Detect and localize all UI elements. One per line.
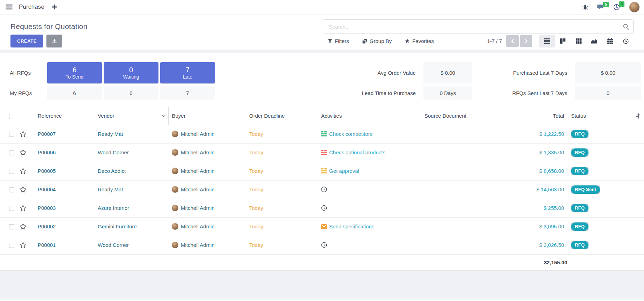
reference-link[interactable]: P00005 xyxy=(38,168,56,174)
column-header-buyer[interactable]: Buyer xyxy=(168,107,246,125)
total-cell[interactable]: $ 1,222.50 xyxy=(526,125,568,143)
row-checkbox[interactable] xyxy=(9,243,14,248)
activity-link[interactable]: Send specifications xyxy=(329,223,374,229)
table-row[interactable]: P00005 Deco Addict Mitchell Admin Today … xyxy=(0,162,644,180)
row-checkbox[interactable] xyxy=(9,132,14,137)
create-button[interactable]: CREATE xyxy=(10,35,43,47)
activity-link[interactable]: Get approval xyxy=(329,168,359,174)
kanban-view-button[interactable] xyxy=(555,35,571,47)
buyer-link[interactable]: Mitchell Admin xyxy=(181,131,215,137)
avg-order-value-box[interactable]: $ 0.00 xyxy=(423,62,472,83)
tasks-activity-icon[interactable] xyxy=(321,131,327,137)
activities-clock-icon[interactable]: 9 xyxy=(613,4,620,10)
buyer-link[interactable]: Mitchell Admin xyxy=(181,149,215,155)
order-deadline-cell[interactable]: Today xyxy=(246,236,318,254)
vendor-link[interactable]: Ready Mat xyxy=(98,131,123,137)
vendor-link[interactable]: Ready Mat xyxy=(98,186,123,192)
row-checkbox[interactable] xyxy=(9,206,14,211)
export-button[interactable] xyxy=(46,35,62,47)
clock-activity-icon[interactable] xyxy=(321,186,327,192)
table-row[interactable]: P00007 Ready Mat Mitchell Admin Today Ch… xyxy=(0,125,644,143)
order-deadline-cell[interactable]: Today xyxy=(246,162,318,180)
table-row[interactable]: P00001 Wood Corner Mitchell Admin Today … xyxy=(0,236,644,254)
order-deadline-cell[interactable]: Today xyxy=(246,125,318,143)
tasks-activity-icon[interactable] xyxy=(321,150,327,155)
vendor-link[interactable]: Deco Addict xyxy=(98,168,126,174)
messages-icon[interactable]: 5 xyxy=(597,4,604,10)
activity-view-button[interactable] xyxy=(618,35,634,47)
late-stat-button[interactable]: 7 Late xyxy=(160,62,215,83)
pivot-view-button[interactable] xyxy=(571,35,586,47)
lead-time-box[interactable]: 0 Days xyxy=(423,86,472,100)
buyer-link[interactable]: Mitchell Admin xyxy=(181,186,215,192)
total-cell[interactable]: $ 255.00 xyxy=(526,199,568,217)
total-cell[interactable]: $ 8,658.00 xyxy=(526,162,568,180)
favorite-star-icon[interactable] xyxy=(20,223,27,230)
vendor-link[interactable]: Wood Corner xyxy=(98,149,129,155)
reference-link[interactable]: P00007 xyxy=(38,131,56,137)
my-waiting-box[interactable]: 0 xyxy=(104,86,158,100)
table-row[interactable]: P00006 Wood Corner Mitchell Admin Today … xyxy=(0,143,644,162)
tasks-activity-icon[interactable] xyxy=(321,168,327,174)
vendor-link[interactable]: Wood Corner xyxy=(98,242,129,248)
favorite-star-icon[interactable] xyxy=(20,186,27,193)
column-header-reference[interactable]: Reference xyxy=(34,107,94,125)
vendor-link[interactable]: Gemini Furniture xyxy=(98,223,137,229)
table-row[interactable]: P00004 Ready Mat Mitchell Admin Today $ … xyxy=(0,180,644,199)
column-header-order-deadline[interactable]: Order Deadline xyxy=(246,107,318,125)
order-deadline-cell[interactable]: Today xyxy=(246,217,318,236)
purchased-last-7-days-box[interactable]: $ 0.00 xyxy=(575,62,641,83)
buyer-link[interactable]: Mitchell Admin xyxy=(181,223,215,229)
column-header-total[interactable]: Total xyxy=(526,107,568,125)
plus-icon[interactable] xyxy=(52,5,57,9)
search-box[interactable] xyxy=(323,19,634,34)
total-cell[interactable]: $ 3,095.00 xyxy=(526,217,568,236)
reference-link[interactable]: P00004 xyxy=(38,186,56,192)
debug-bug-icon[interactable] xyxy=(582,4,588,10)
favorite-star-icon[interactable] xyxy=(20,168,27,174)
to-send-stat-button[interactable]: 6 To Send xyxy=(47,62,102,83)
column-header-status[interactable]: Status xyxy=(568,107,620,125)
calendar-view-button[interactable] xyxy=(602,35,618,47)
order-deadline-cell[interactable]: Today xyxy=(246,180,318,199)
user-avatar[interactable] xyxy=(629,2,640,13)
select-all-checkbox[interactable] xyxy=(9,114,14,119)
table-row[interactable]: P00002 Gemini Furniture Mitchell Admin T… xyxy=(0,217,644,236)
buyer-link[interactable]: Mitchell Admin xyxy=(181,205,215,211)
row-checkbox[interactable] xyxy=(9,187,14,192)
total-cell[interactable]: $ 3,026.50 xyxy=(526,236,568,254)
hamburger-menu-icon[interactable] xyxy=(5,3,13,10)
vendor-link[interactable]: Azure Interior xyxy=(98,205,129,211)
reference-link[interactable]: P00002 xyxy=(38,223,56,229)
column-header-source-document[interactable]: Source Document xyxy=(421,107,526,125)
order-deadline-cell[interactable]: Today xyxy=(246,199,318,217)
chevron-down-icon[interactable] xyxy=(162,115,165,117)
activity-link[interactable]: Check competitors xyxy=(329,131,372,137)
favorite-star-icon[interactable] xyxy=(20,131,27,137)
optional-columns-sliders-icon[interactable] xyxy=(635,113,641,119)
clock-activity-icon[interactable] xyxy=(321,242,327,248)
my-to-send-box[interactable]: 6 xyxy=(47,86,102,100)
reference-link[interactable]: P00003 xyxy=(38,205,56,211)
list-view-button[interactable] xyxy=(539,35,555,47)
total-cell[interactable]: $ 14,563.00 xyxy=(526,180,568,199)
filters-button[interactable]: Filters xyxy=(328,38,349,44)
pager-next-button[interactable] xyxy=(520,35,532,47)
clock-activity-icon[interactable] xyxy=(321,205,327,211)
waiting-stat-button[interactable]: 0 Waiting xyxy=(104,62,158,83)
graph-view-button[interactable] xyxy=(586,35,602,47)
group-by-button[interactable]: Group By xyxy=(362,38,392,44)
activity-link[interactable]: Check optional products xyxy=(329,149,385,155)
favorites-button[interactable]: Favorites xyxy=(405,38,434,44)
pager-previous-button[interactable] xyxy=(506,35,519,47)
buyer-link[interactable]: Mitchell Admin xyxy=(181,168,215,174)
search-icon[interactable] xyxy=(623,24,629,30)
reference-link[interactable]: P00006 xyxy=(38,149,56,155)
total-cell[interactable]: $ 1,335.00 xyxy=(526,143,568,162)
buyer-link[interactable]: Mitchell Admin xyxy=(181,242,215,248)
search-input[interactable] xyxy=(328,23,623,30)
favorite-star-icon[interactable] xyxy=(20,242,27,248)
row-checkbox[interactable] xyxy=(9,224,14,229)
rfqs-sent-last-7-days-box[interactable]: 0 xyxy=(575,86,641,100)
table-row[interactable]: P00003 Azure Interior Mitchell Admin Tod… xyxy=(0,199,644,217)
